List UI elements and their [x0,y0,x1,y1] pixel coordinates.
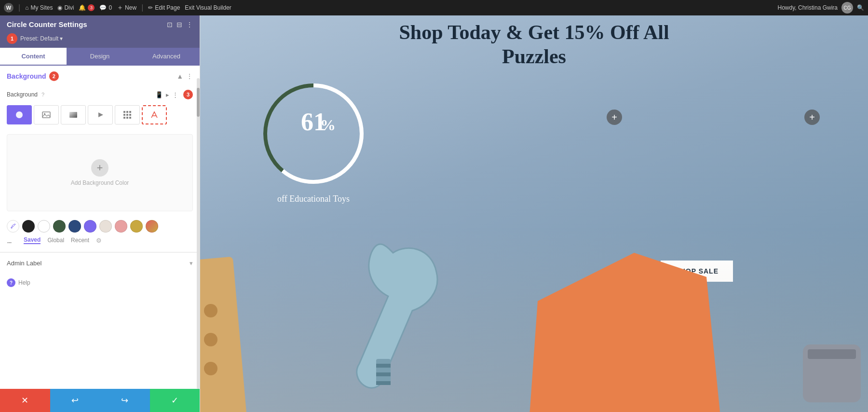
background-help-icon[interactable]: ? [41,92,44,97]
add-background-button[interactable]: + [91,159,108,177]
preset-label[interactable]: Preset: Default ▾ [20,35,63,42]
swatch-gradient[interactable] [146,220,158,233]
search-icon[interactable]: 🔍 [857,4,864,11]
section-actions: ▲ ⋮ [176,72,193,80]
svg-rect-7 [129,111,131,113]
panel-header-icons: ⊡ ⊟ ⋮ [167,21,193,28]
comment-icon: 💬 [99,4,107,11]
admin-label-title: Admin Label [7,260,41,267]
wordpress-icon[interactable]: W [4,3,14,13]
redo-button[interactable]: ↪ [100,389,150,412]
swatch-gold[interactable] [130,220,143,233]
ring-icon: 🔔 [79,4,86,11]
color-tab-global[interactable]: Global [47,237,64,244]
swatch-black[interactable] [22,220,35,233]
add-section-button-1[interactable]: + [607,110,622,125]
panel-title: Circle Counter Settings [7,20,87,28]
swatch-light-beige[interactable] [99,220,112,233]
color-swatches-area: ··· Saved Global Recent ⚙ [0,216,200,252]
columns-icon[interactable]: ⊟ [176,21,182,28]
svg-point-0 [16,111,23,118]
tab-content[interactable]: Content [0,48,67,66]
swatch-pink[interactable] [115,220,127,233]
headline-text: Shop Today & Get 15% Off All Puzzles [210,20,858,69]
more-options-icon[interactable]: ⋮ [186,21,193,28]
svg-text:%: % [320,116,336,134]
tab-design[interactable]: Design [67,48,133,66]
svg-rect-6 [126,111,128,113]
undo-button[interactable]: ↩ [50,389,100,412]
divi-icon: ◉ [57,4,62,11]
bg-type-pattern-button[interactable] [115,105,140,124]
background-sub-row: Background ? 📱 ▸ ⋮ 3 [0,87,200,103]
chevron-up-icon[interactable]: ▲ [176,72,183,80]
bg-type-video-button[interactable] [88,105,113,124]
notif-count[interactable]: 🔔 3 [79,4,95,11]
bg-type-color-button[interactable] [7,105,32,124]
svg-rect-9 [126,114,128,116]
mobile-icon[interactable]: 📱 [155,91,163,98]
ellipsis-icon[interactable]: ⋮ [172,91,178,98]
add-section-button-2[interactable]: + [804,110,820,125]
tabs-row: Content Design Advanced [0,48,200,66]
background-section-title: Background 2 [7,71,59,81]
color-picker-area: + Add Background Color [7,134,193,211]
svg-rect-8 [123,114,125,116]
help-row[interactable]: ? Help [0,274,200,292]
comment-count[interactable]: 💬 0 [99,4,112,11]
svg-rect-10 [129,114,131,116]
more-swatches-button[interactable]: ··· [7,237,11,247]
panel-scrollbar[interactable] [197,78,200,389]
user-avatar[interactable]: CG [841,2,853,14]
pencil-icon: ✏ [148,4,153,11]
color-tab-saved[interactable]: Saved [24,236,41,244]
preset-row: 1 Preset: Default ▾ [0,32,200,48]
my-sites-menu[interactable]: ⌂ My Sites [25,4,53,11]
panel-scrollbar-thumb [197,88,200,117]
color-tabs-row: Saved Global Recent ⚙ [24,236,102,248]
svg-rect-27 [376,381,391,385]
add-background-label: Add Background Color [71,179,129,186]
swatch-white[interactable] [38,220,50,233]
help-icon: ? [7,278,15,287]
chevron-down-icon: ▾ [60,35,63,42]
color-tab-recent[interactable]: Recent [71,237,89,244]
cursor-icon[interactable]: ▸ [166,91,169,98]
edit-page-button[interactable]: ✏ Edit Page [148,4,180,11]
background-section-header[interactable]: Background 2 ▲ ⋮ [0,66,200,87]
badge-1: 1 [7,33,17,44]
section-more-icon[interactable]: ⋮ [186,72,193,80]
new-button[interactable]: ＋ New [117,3,136,12]
swatch-dark-green[interactable] [53,220,66,233]
howdy-text: Howdy, Christina Gwira [778,4,838,11]
swatch-purple[interactable] [84,220,96,233]
background-sub-icons: 📱 ▸ ⋮ 3 [155,90,193,99]
bg-type-gradient-button[interactable] [61,105,86,124]
divi-menu[interactable]: ◉ Divi [57,4,74,11]
badge-2: 2 [49,71,59,81]
exit-visual-builder-button[interactable]: Exit Visual Builder [185,4,231,11]
tab-advanced[interactable]: Advanced [133,48,200,66]
background-section: Background 2 ▲ ⋮ Background ? 📱 ▸ ⋮ [0,66,200,252]
color-settings-gear-icon[interactable]: ⚙ [96,237,102,244]
right-content-area: Shop Today & Get 15% Off All Puzzles 61 … [200,15,868,412]
circle-counter-widget: 61 % off Educational Toys [258,78,369,204]
eyedropper-button[interactable] [7,220,19,233]
svg-rect-1 [42,112,50,118]
admin-label-header[interactable]: Admin Label ▾ [7,260,193,267]
bg-type-image-button[interactable] [34,105,59,124]
svg-rect-3 [69,112,77,118]
responsive-icon[interactable]: ⊡ [167,21,173,28]
cancel-button[interactable]: ✕ [0,389,50,412]
svg-marker-4 [98,112,103,117]
svg-rect-11 [123,117,125,119]
admin-bar-right: Howdy, Christina Gwira CG 🔍 [778,2,864,14]
save-button[interactable]: ✓ [150,389,200,412]
circle-svg: 61 % [258,78,369,189]
admin-bar-left: W | ⌂ My Sites ◉ Divi 🔔 3 💬 0 ＋ New | ✏ … [4,3,231,13]
background-types-row [0,103,200,129]
background-label: Background [7,91,38,98]
bg-type-mask-button[interactable] [142,105,167,124]
help-label: Help [18,279,30,286]
swatch-dark-blue[interactable] [68,220,81,233]
